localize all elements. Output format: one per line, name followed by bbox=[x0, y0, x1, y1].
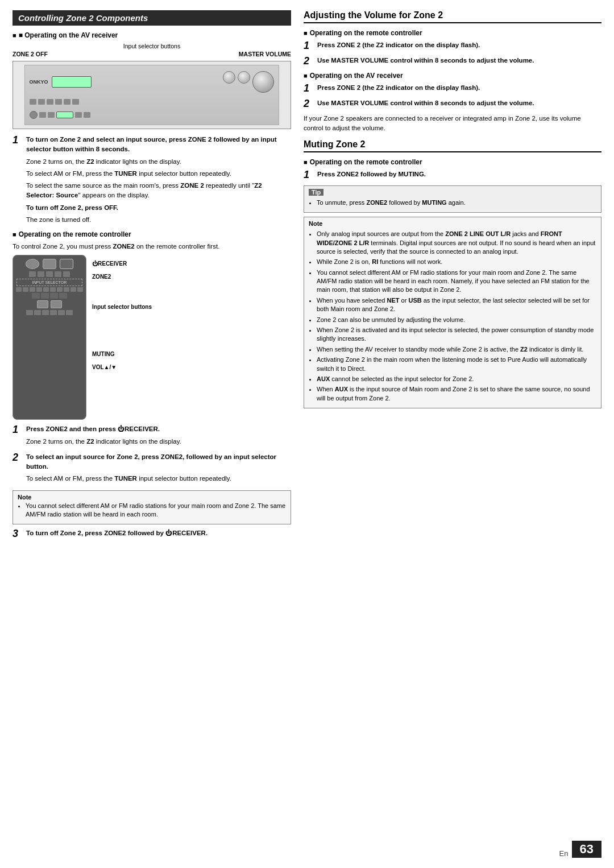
rbb2 bbox=[34, 310, 41, 315]
right-step2-content: Use MASTER VOLUME control within 8 secon… bbox=[317, 56, 601, 68]
right-subsection3-label: Operating on the remote controller bbox=[310, 158, 422, 166]
av-receiver-diagram-container: Input selector buttons ZONE 2 OFF MASTER… bbox=[13, 43, 291, 129]
note-r-3: You cannot select different AM or FM rad… bbox=[317, 268, 596, 295]
mute-step1-num: 1 bbox=[304, 170, 314, 181]
right-step2-bold: Use MASTER VOLUME control within 8 secon… bbox=[317, 57, 534, 64]
input-selector-label: Input selector buttons bbox=[13, 43, 291, 49]
right-step2: 2 Use MASTER VOLUME control within 8 sec… bbox=[304, 56, 601, 68]
receiver-knob-area bbox=[95, 71, 275, 93]
step-r1-bold: Press ZONE2 and then press ⏻RECEIVER. bbox=[26, 425, 160, 432]
zone2-off-label: ZONE 2 OFF bbox=[13, 51, 48, 57]
tip-label: Tip bbox=[309, 189, 323, 196]
recv-circle-btn bbox=[30, 111, 38, 119]
rb1 bbox=[16, 287, 22, 292]
recv-btn-6 bbox=[72, 99, 79, 105]
recv-btn-10 bbox=[84, 112, 90, 118]
page-num-area: En 63 bbox=[13, 841, 601, 858]
left-column: Controlling Zone 2 Components ■ Operatin… bbox=[13, 10, 291, 834]
step-3: 3 To turn off Zone 2, press ZONE2 follow… bbox=[13, 528, 291, 540]
page-number: 63 bbox=[572, 841, 601, 858]
receiver-master-volume-knob bbox=[252, 71, 274, 93]
rbb1 bbox=[26, 310, 33, 315]
rbb3 bbox=[42, 310, 49, 315]
step1-off: To turn off Zone 2, press OFF. bbox=[26, 203, 291, 213]
right-av-step1: 1 Press ZONE 2 (the Z2 indicator on the … bbox=[304, 83, 601, 95]
note-r-6: When Zone 2 is activated and its input s… bbox=[317, 326, 596, 344]
rb10 bbox=[77, 287, 83, 292]
note-r-10: When AUX is the input source of Main roo… bbox=[317, 385, 596, 403]
remote-bottom-btns bbox=[15, 310, 84, 315]
step-r2: 2 To select an input source for Zone 2, … bbox=[13, 452, 291, 486]
recv-btn-2 bbox=[38, 99, 45, 105]
right-av-step2: 2 Use MASTER VOLUME control within 8 sec… bbox=[304, 98, 601, 110]
right-av-step2-bold: Use MASTER VOLUME control within 8 secon… bbox=[317, 100, 534, 106]
input-selector-buttons-label: Input selector buttons bbox=[92, 304, 152, 310]
recv-btn-5 bbox=[64, 99, 70, 105]
rb2 bbox=[23, 287, 28, 292]
right-subsection3: Operating on the remote controller bbox=[304, 158, 601, 166]
receiver-inner: ONKYO bbox=[24, 65, 280, 125]
muting-section-heading: Muting Zone 2 bbox=[304, 139, 601, 152]
recv-btn-4 bbox=[55, 99, 62, 105]
right-extra-p: If your Zone 2 speakers are connected to… bbox=[304, 114, 601, 134]
rb4 bbox=[36, 287, 42, 292]
muting-label: MUTING bbox=[92, 351, 152, 357]
remote-row-mid bbox=[15, 293, 84, 299]
step1-num: 1 bbox=[13, 135, 23, 227]
mute-step1-content: Press ZONE2 followed by MUTING. bbox=[317, 170, 601, 181]
right-av-step2-num: 2 bbox=[304, 98, 314, 110]
subsection-av-receiver: ■ Operating on the AV receiver bbox=[13, 31, 291, 39]
page: Controlling Zone 2 Components ■ Operatin… bbox=[0, 0, 614, 868]
right-step2-num: 2 bbox=[304, 56, 314, 68]
note-box-right: Note Only analog input sources are outpu… bbox=[304, 217, 601, 408]
tip-list: To unmute, press ZONE2 followed by MUTIN… bbox=[317, 199, 596, 207]
step1-p2: To select AM or FM, press the TUNER inpu… bbox=[26, 169, 291, 179]
note-list-left: You cannot select different AM or FM rad… bbox=[26, 502, 286, 519]
right-av-step1-content: Press ZONE 2 (the Z2 indicator on the di… bbox=[317, 83, 601, 95]
remote-input-selector-area: INPUT SELECTOR bbox=[16, 279, 82, 286]
step1-p1: Zone 2 turns on, the Z2 indicator lights… bbox=[26, 157, 291, 167]
step-3-num: 3 bbox=[13, 528, 23, 540]
step-r2-content: To select an input source for Zone 2, pr… bbox=[26, 452, 291, 486]
rbb6 bbox=[66, 310, 73, 315]
right-step1-bold: Press ZONE 2 (the Z2 indicator on the di… bbox=[317, 42, 480, 48]
rb11 bbox=[32, 293, 40, 299]
rb14 bbox=[59, 293, 67, 299]
r-btn-d bbox=[55, 271, 61, 277]
recv-btn-1 bbox=[30, 99, 36, 105]
rbb4 bbox=[50, 310, 57, 315]
recv-mini-display bbox=[56, 111, 73, 118]
rb3 bbox=[30, 287, 35, 292]
master-volume-label: MASTER VOLUME bbox=[239, 51, 291, 57]
rbb5 bbox=[58, 310, 65, 315]
step-r2-p: To select AM or FM, press the TUNER inpu… bbox=[26, 474, 291, 483]
rb13 bbox=[50, 293, 58, 299]
receiver-label: ⏻RECEIVER bbox=[92, 261, 152, 267]
remote-vol-row bbox=[15, 300, 84, 308]
note-r-4: When you have selected NET or USB as the… bbox=[317, 296, 596, 314]
step-3-content: To turn off Zone 2, press ZONE2 followed… bbox=[26, 528, 291, 540]
vol-label: VOL▲/▼ bbox=[92, 364, 152, 370]
note-r-9: AUX cannot be selected as the input sele… bbox=[317, 375, 596, 383]
recv-btn-3 bbox=[47, 99, 53, 105]
av-receiver-diagram: ONKYO bbox=[13, 61, 291, 129]
rb12 bbox=[41, 293, 49, 299]
note-r-5: Zone 2 can also be unmuted by adjusting … bbox=[317, 316, 596, 324]
note-r-1: Only analog input sources are output fro… bbox=[317, 230, 596, 256]
receiver-btn-row-2 bbox=[30, 111, 90, 119]
right-subsection2-label: Operating on the AV receiver bbox=[310, 72, 403, 80]
diag-labels: ZONE 2 OFF MASTER VOLUME bbox=[13, 51, 291, 57]
mute-step1: 1 Press ZONE2 followed by MUTING. bbox=[304, 170, 601, 181]
subsection2-label: Operating on the remote controller bbox=[19, 230, 131, 238]
receiver-row-2 bbox=[30, 99, 275, 105]
recv-btn-7 bbox=[39, 112, 46, 118]
step3-bold: To turn off Zone 2, press ZONE2 followed… bbox=[26, 530, 208, 536]
two-column-layout: Controlling Zone 2 Components ■ Operatin… bbox=[13, 10, 601, 834]
step-r1-num: 1 bbox=[13, 424, 23, 449]
right-step1-content: Press ZONE 2 (the Z2 indicator on the di… bbox=[317, 40, 601, 52]
subsection1-label: ■ Operating on the AV receiver bbox=[19, 31, 118, 39]
brand-label: ONKYO bbox=[30, 79, 48, 85]
rb6 bbox=[50, 287, 56, 292]
mute-step1-bold: Press ZONE2 followed by MUTING. bbox=[317, 171, 426, 177]
zone2-remote-label: ZONE2 bbox=[92, 274, 152, 280]
